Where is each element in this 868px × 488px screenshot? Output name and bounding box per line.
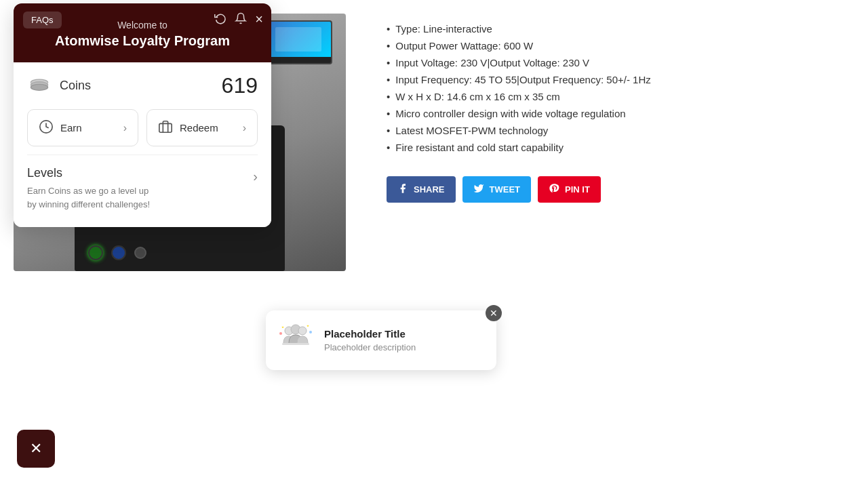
svg-point-9 — [298, 327, 307, 335]
coins-count: 619 — [222, 73, 258, 98]
notification-icon[interactable] — [235, 12, 247, 26]
pin-button[interactable]: PIN IT — [538, 176, 601, 203]
earn-button[interactable]: Earn › — [27, 109, 138, 146]
redeem-label: Redeem — [180, 122, 218, 134]
notification-popup: ✕ Placeholder Title Placeholder descript… — [266, 310, 496, 370]
share-button[interactable]: SHARE — [387, 176, 456, 203]
notification-text: Placeholder Title Placeholder descriptio… — [324, 328, 416, 352]
levels-section: Levels Earn Coins as we go a level upby … — [27, 163, 258, 216]
spec-voltage: Input Voltage: 230 V|Output Voltage: 230… — [387, 54, 841, 71]
history-icon[interactable] — [214, 12, 226, 26]
twitter-icon — [473, 183, 484, 196]
share-label: SHARE — [414, 184, 445, 195]
coins-label: Coins — [60, 79, 91, 93]
levels-title: Levels — [27, 166, 150, 180]
close-icon[interactable]: × — [255, 12, 263, 27]
notification-title: Placeholder Title — [324, 328, 416, 340]
earn-icon — [39, 119, 54, 136]
redeem-button[interactable]: Redeem › — [146, 109, 258, 146]
redeem-chevron: › — [243, 122, 246, 134]
coins-icon — [27, 74, 52, 98]
product-details-section: Type: Line-interactive Output Power Watt… — [359, 0, 868, 488]
tweet-button[interactable]: TWEET — [462, 176, 532, 203]
spec-type: Type: Line-interactive — [387, 20, 841, 37]
share-icon — [397, 183, 408, 196]
bottom-close-button[interactable]: ✕ — [17, 430, 55, 468]
faqs-button[interactable]: FAQs — [23, 12, 62, 28]
redeem-icon — [158, 119, 173, 136]
svg-rect-6 — [159, 123, 172, 132]
spec-dimensions: W x H x D: 14.6 cm x 16 cm x 35 cm — [387, 88, 841, 105]
coins-left: Coins — [27, 74, 91, 98]
loyalty-panel: FAQs × Welcome to Atomwise Loyalty Progr… — [14, 3, 271, 227]
svg-point-4 — [31, 84, 47, 90]
panel-header: FAQs × Welcome to Atomwise Loyalty Progr… — [14, 3, 271, 62]
action-buttons: Earn › Redeem › — [27, 109, 258, 146]
panel-body: Coins 619 Earn › — [14, 62, 271, 227]
spec-frequency: Input Frequency: 45 TO 55|Output Frequen… — [387, 71, 841, 88]
coins-row: Coins 619 — [27, 73, 258, 98]
notification-close-button[interactable]: ✕ — [486, 305, 502, 321]
spec-mosfet: Latest MOSFET-PWM technology — [387, 122, 841, 139]
svg-point-10 — [279, 332, 282, 335]
pin-label: PIN IT — [565, 184, 590, 195]
levels-desc: Earn Coins as we go a level upby winning… — [27, 184, 150, 211]
spec-fire: Fire resistant and cold start capability — [387, 139, 841, 156]
svg-point-11 — [309, 331, 312, 333]
earn-label: Earn — [60, 122, 82, 134]
welcome-text: Welcome to — [117, 20, 167, 30]
social-buttons-row: SHARE TWEET PIN IT — [387, 176, 841, 203]
divider — [27, 155, 258, 155]
svg-rect-12 — [282, 343, 309, 345]
program-title: Atomwise Loyalty Program — [55, 33, 230, 49]
product-specs-list: Type: Line-interactive Output Power Watt… — [387, 20, 841, 156]
spec-wattage: Output Power Wattage: 600 W — [387, 37, 841, 54]
notification-description: Placeholder description — [324, 342, 416, 352]
pinterest-icon — [549, 183, 559, 196]
tweet-label: TWEET — [490, 184, 521, 195]
spec-controller: Micro controller design with wide voltag… — [387, 105, 841, 122]
header-controls: × — [214, 12, 263, 27]
notification-image — [277, 321, 315, 359]
earn-chevron: › — [123, 122, 127, 134]
levels-content: Levels Earn Coins as we go a level upby … — [27, 166, 150, 211]
levels-chevron[interactable]: › — [253, 169, 258, 184]
bottom-close-icon: ✕ — [30, 440, 42, 458]
